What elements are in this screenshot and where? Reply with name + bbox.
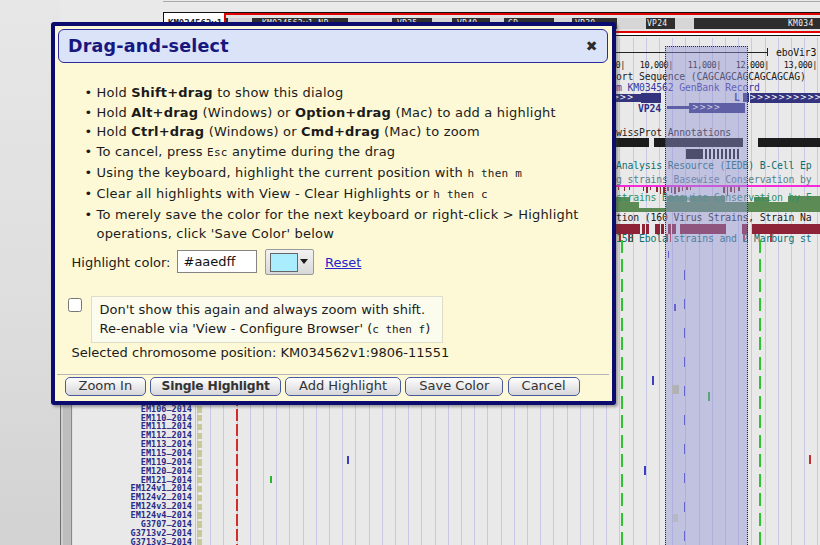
dont-show-label[interactable]: Don't show this again and always zoom wi… xyxy=(91,296,443,343)
align-block xyxy=(655,224,661,234)
gene-label-vp24: VP24 xyxy=(647,19,667,28)
scale-bar-tick xyxy=(767,48,768,56)
gene-chevron-bar[interactable]: >>>>>>>>>>>>>>>>>> xyxy=(750,93,820,103)
dialog-buttons: Zoom In Single Highlight Add Highlight S… xyxy=(65,377,580,397)
hist-tick xyxy=(624,187,625,191)
cancel-button[interactable]: Cancel xyxy=(508,377,580,397)
add-highlight-button[interactable]: Add Highlight xyxy=(285,377,401,397)
dialog-title: Drag-and-select xyxy=(68,36,229,56)
instruction-text: Using the keyboard, highlight the curren… xyxy=(97,165,522,180)
instruction-item: Using the keyboard, highlight the curren… xyxy=(55,163,611,184)
align-block xyxy=(752,224,820,234)
instructions-list: Hold Shift+drag to show this dialog Hold… xyxy=(55,83,611,244)
align-block xyxy=(661,224,664,234)
button-separator xyxy=(57,374,609,375)
gene-label-l: KM034 xyxy=(788,19,814,28)
instruction-item: Hold Shift+drag to show this dialog xyxy=(55,83,611,103)
hist-tick xyxy=(643,187,644,191)
close-icon[interactable]: ✖ xyxy=(586,39,598,53)
green-dashed-guide xyxy=(621,240,623,545)
instruction-text: Hold Shift+drag to show this dialog xyxy=(97,85,344,100)
gene-gap xyxy=(675,18,694,29)
dont-show-checkbox[interactable] xyxy=(68,298,82,312)
instruction-item: Hold Ctrl+drag (Windows) or Cmd+drag (Ma… xyxy=(55,122,611,142)
single-highlight-button[interactable]: Single Highlight xyxy=(150,377,280,397)
dont-show-text-line2: Re-enable via 'View - Configure Browser'… xyxy=(100,321,431,336)
highlight-color-label: Highlight color: xyxy=(72,255,171,270)
swissprot-bar[interactable] xyxy=(758,138,820,147)
instruction-text: Clear all highlights with View - Clear H… xyxy=(97,186,488,201)
variant-tick-red xyxy=(809,455,811,464)
instruction-text: To merely save the color for the next ke… xyxy=(97,207,579,222)
gene-gap xyxy=(617,18,646,29)
green-dashed-guide xyxy=(759,240,761,545)
instruction-item: To merely save the color for the next ke… xyxy=(55,205,611,245)
strain-label: G3713v3_2014 xyxy=(122,538,192,545)
instruction-item: Clear all highlights with View - Clear H… xyxy=(55,184,611,205)
hist-tick xyxy=(650,187,651,190)
hist-tick xyxy=(618,187,619,190)
gene-exon-box[interactable] xyxy=(641,93,661,103)
dont-show-text-line1: Don't show this again and always zoom wi… xyxy=(100,302,426,317)
swatch-dropdown-arrow-icon xyxy=(300,259,308,264)
dialog-content: Drag-and-select ✖ Hold Shift+drag to sho… xyxy=(55,26,612,400)
selected-position-text: Selected chromosome position: KM034562v1… xyxy=(72,345,450,360)
reset-link[interactable]: Reset xyxy=(325,255,361,270)
color-swatch-well xyxy=(270,253,298,272)
dialog-title-bar[interactable]: Drag-and-select ✖ xyxy=(58,29,608,63)
instruction-text: operations, click 'Save Color' below xyxy=(97,226,335,241)
variant-tick-blue xyxy=(347,456,349,464)
instruction-item: To cancel, press Esc anytime during the … xyxy=(55,142,611,163)
top-hairline xyxy=(163,1,820,2)
highlight-color-row: Highlight color: Reset xyxy=(72,250,592,277)
gene-vp24-item-label: VP24 xyxy=(638,104,661,114)
color-swatch-button[interactable] xyxy=(265,249,314,276)
instruction-text: To cancel, press Esc anytime during the … xyxy=(97,144,396,159)
hist-tick xyxy=(629,187,630,190)
instruction-item: Hold Alt+drag (Windows) or Option+drag (… xyxy=(55,103,611,123)
drag-and-select-dialog: Drag-and-select ✖ Hold Shift+drag to sho… xyxy=(51,22,617,405)
drag-selection-band[interactable] xyxy=(665,46,748,545)
instruction-text: Hold Alt+drag (Windows) or Option+drag (… xyxy=(97,105,556,120)
strain-start-ticks xyxy=(197,406,203,545)
assembly-label: eboVir3 xyxy=(776,48,816,58)
zoom-in-button[interactable]: Zoom In xyxy=(65,377,147,397)
highlight-color-input[interactable] xyxy=(177,250,258,273)
variant-tick-blue xyxy=(644,466,646,475)
align-block xyxy=(646,224,649,234)
variant-tick-green xyxy=(270,476,272,483)
save-color-button[interactable]: Save Color xyxy=(405,377,503,397)
variant-tick-blue xyxy=(652,376,654,385)
align-block xyxy=(642,224,645,234)
instruction-text: Hold Ctrl+drag (Windows) or Cmd+drag (Ma… xyxy=(97,124,480,139)
ruler-label: 13,000| xyxy=(773,60,817,70)
